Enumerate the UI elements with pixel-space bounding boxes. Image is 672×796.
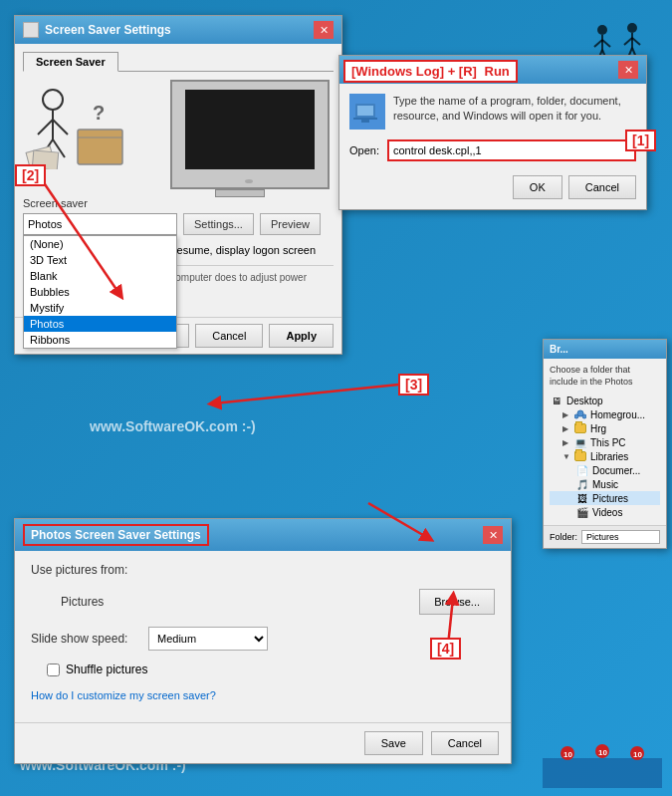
droplist-photos[interactable]: Photos (24, 316, 176, 332)
svg-point-17 (582, 414, 586, 418)
pictures-icon: 🖼 (575, 492, 589, 504)
photos-save-button[interactable]: Save (364, 731, 423, 755)
customize-link[interactable]: How do I customize my screen saver? (31, 689, 216, 701)
svg-line-31 (624, 38, 632, 45)
svg-rect-6 (78, 130, 122, 164)
step-label-3: [3] (398, 374, 429, 396)
monitor-stand (215, 189, 265, 197)
videos-icon: 🎬 (575, 506, 589, 518)
tab-bar: Screen Saver (23, 52, 334, 72)
documents-icon: 📄 (575, 464, 589, 476)
tab-screensaver[interactable]: Screen Saver (23, 52, 118, 72)
shuffle-row: Shuffle pictures (47, 663, 495, 676)
svg-text:10: 10 (633, 750, 642, 759)
folder-label: Folder: (550, 532, 577, 542)
tree-documents[interactable]: 📄 Documer... (550, 463, 660, 477)
libraries-label: Libraries (590, 451, 628, 462)
step-label-1: [1] (625, 130, 656, 151)
svg-text:10: 10 (563, 750, 572, 759)
folder-bar: Folder: Pictures (544, 525, 666, 548)
run-ok-button[interactable]: OK (513, 175, 562, 199)
droplist-bubbles[interactable]: Bubbles (24, 284, 176, 300)
tree-desktop[interactable]: 🖥 Desktop (550, 394, 660, 407)
tree-videos[interactable]: 🎬 Videos (550, 505, 660, 519)
photos-titlebar: Photos Screen Saver Settings ✕ (15, 519, 511, 551)
svg-line-3 (53, 120, 68, 134)
run-icon-svg (353, 98, 381, 126)
svg-rect-13 (353, 118, 377, 120)
tree-music[interactable]: 🎵 Music (550, 477, 660, 491)
photos-footer: Save Cancel (15, 722, 511, 763)
watermark-1: www.SoftwareOK.com :-) (90, 418, 256, 434)
hrg-label: Hrg (590, 423, 606, 434)
screensaver-titlebar: Screen Saver Settings ✕ (15, 16, 341, 44)
photos-cancel-button[interactable]: Cancel (431, 731, 499, 755)
tree-pictures[interactable]: 🖼 Pictures (550, 491, 660, 505)
run-icon (349, 94, 385, 130)
dropdown-row: (None) 3D Text Blank Bubbles Mystify Pho… (23, 213, 334, 235)
droplist-blank[interactable]: Blank (24, 268, 176, 284)
customize-row: How do I customize my screen saver? (31, 688, 495, 702)
svg-rect-12 (357, 106, 373, 116)
monitor-screen (185, 90, 315, 169)
screensaver-dropdown[interactable]: (None) 3D Text Blank Bubbles Mystify Pho… (23, 213, 177, 235)
screensaver-title-text: Screen Saver Settings (45, 23, 171, 37)
run-cancel-button[interactable]: Cancel (568, 175, 636, 199)
tree-libraries[interactable]: ▼ Libraries (550, 449, 660, 463)
droplist-mystify[interactable]: Mystify (24, 300, 176, 316)
svg-point-23 (597, 25, 607, 35)
preview-button[interactable]: Preview (260, 213, 321, 235)
logon-label: On resume, display logon screen (155, 244, 316, 256)
droplist-none[interactable]: (None) (24, 236, 176, 252)
expand-icon: ▼ (562, 452, 570, 461)
cancel-button[interactable]: Cancel (195, 324, 263, 348)
pictures-label: Pictures (592, 493, 628, 504)
run-open-row: Open: (349, 139, 636, 161)
run-open-input[interactable] (387, 139, 636, 161)
expand-icon: ▶ (562, 410, 570, 419)
droplist-3dtext[interactable]: 3D Text (24, 252, 176, 268)
photos-body: Use pictures from: Pictures Browse... Sl… (15, 551, 511, 722)
tree-hrg[interactable]: ▶ Hrg (550, 421, 660, 435)
browse-titlebar: Br... (544, 340, 666, 359)
svg-line-26 (602, 40, 610, 47)
homegroup-icon (573, 408, 587, 420)
folder-value: Pictures (581, 530, 660, 544)
svg-line-25 (594, 40, 602, 47)
run-description: Type the name of a program, folder, docu… (393, 94, 636, 130)
photos-title-text: Photos Screen Saver Settings (23, 524, 209, 546)
monitor-container (160, 80, 330, 189)
thispc-icon: 💻 (573, 436, 587, 448)
stick-figure-svg: ? (23, 80, 132, 169)
documents-label: Documer... (592, 465, 640, 476)
homegroup-label: Homegrou... (590, 409, 645, 420)
run-close-button[interactable]: ✕ (618, 61, 638, 79)
svg-text:10: 10 (598, 748, 607, 757)
dropdown-container: (None) 3D Text Blank Bubbles Mystify Pho… (23, 213, 177, 235)
photos-close-button[interactable]: ✕ (483, 526, 503, 544)
thispc-label: This PC (590, 437, 626, 448)
svg-point-16 (574, 414, 578, 418)
step-label-4: [4] (430, 638, 461, 660)
run-body: Type the name of a program, folder, docu… (339, 84, 646, 209)
music-icon: 🎵 (575, 478, 589, 490)
screensaver-close-button[interactable]: ✕ (314, 21, 334, 39)
screensaver-title-group: Screen Saver Settings (23, 22, 171, 38)
step-label-2: [2] (15, 164, 46, 186)
settings-button[interactable]: Settings... (183, 213, 254, 235)
apply-button[interactable]: Apply (269, 324, 334, 348)
run-open-label: Open: (349, 144, 379, 156)
tree-homegroup[interactable]: ▶ Homegrou... (550, 407, 660, 421)
run-footer: OK Cancel (349, 171, 636, 199)
svg-text:?: ? (93, 102, 105, 124)
tree-thispc[interactable]: ▶ 💻 This PC (550, 435, 660, 449)
browse-button[interactable]: Browse... (419, 589, 495, 615)
screensaver-body: Screen Saver (15, 44, 341, 317)
speed-select[interactable]: Slow Medium Fast (148, 627, 268, 651)
bottom-figures-svg: 10 10 10 (543, 708, 662, 788)
browse-desc: Choose a folder that include in the Phot… (550, 365, 660, 388)
shuffle-checkbox[interactable] (47, 663, 60, 676)
svg-line-32 (632, 38, 640, 45)
videos-label: Videos (592, 507, 622, 518)
droplist-ribbons[interactable]: Ribbons (24, 332, 176, 348)
